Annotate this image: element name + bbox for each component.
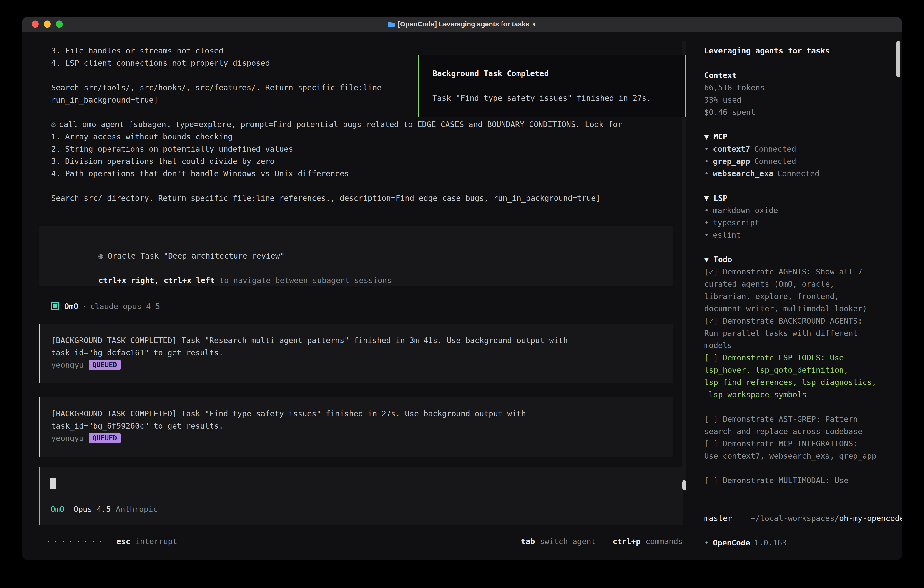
message-text: task_id="bg_dcfac161" to get results. — [51, 347, 673, 359]
mcp-item: •context7Connected — [704, 143, 889, 155]
minimize-button[interactable] — [44, 21, 51, 28]
esc-key-label: interrupt — [135, 535, 177, 548]
folder-icon — [388, 21, 395, 27]
lsp-item: •typescript — [704, 216, 889, 229]
keyboard-hint-keys: ctrl+x right, ctrl+x left — [99, 276, 215, 285]
context-tokens: 66,518 tokens — [704, 81, 889, 94]
ctrlp-key-label: commands — [645, 535, 683, 548]
mcp-status: Connected — [754, 157, 796, 166]
app-version-row: • OpenCode 1.0.163 — [704, 537, 889, 549]
bullet-icon: • — [704, 169, 709, 178]
mcp-item: •grep_appConnected — [704, 155, 889, 167]
bullet-icon: • — [704, 218, 709, 227]
chat-transcript: 3. File handles or streams not closed 4.… — [22, 32, 686, 560]
ctrlp-key-hint: ctrl+p — [612, 535, 640, 548]
message-author: yeongyu — [51, 359, 84, 371]
oracle-icon: ◉ — [99, 251, 103, 260]
context-spent: $0.46 spent — [704, 106, 889, 118]
agent-name: OmO — [64, 300, 78, 312]
bullet-icon: • — [704, 144, 709, 154]
app-version: 1.0.163 — [754, 537, 787, 549]
notification-title: Background Task Completed — [432, 67, 685, 79]
transcript-line: Search src/ directory. Return specific f… — [22, 192, 686, 204]
lsp-name: markdown-oxide — [713, 206, 778, 215]
mcp-name: grep_app — [713, 157, 750, 166]
tool-call-line: ⚙call_omo_agent [subagent_type=explore, … — [22, 118, 686, 130]
bullet-icon: • — [704, 537, 709, 549]
lsp-name: typescript — [713, 218, 759, 227]
mcp-name: websearch_exa — [713, 169, 773, 178]
fullscreen-button[interactable] — [56, 21, 63, 28]
input-agent-name: OmO — [51, 503, 64, 515]
close-button[interactable] — [31, 21, 39, 28]
gear-icon: ⚙ — [51, 120, 56, 129]
recording-indicator-icon: ◐ — [533, 20, 536, 28]
lsp-item: •eslint — [704, 229, 889, 241]
message-text: task_id="bg_6f59260c" to get results. — [51, 420, 673, 432]
app-name: OpenCode — [713, 537, 750, 549]
traffic-lights — [31, 21, 63, 28]
window-title: [OpenCode] Leveraging agents for tasks — [398, 20, 529, 28]
message-block: [BACKGROUND TASK COMPLETED] Task "Resear… — [39, 324, 673, 383]
message-text: [BACKGROUND TASK COMPLETED] Task "Resear… — [51, 334, 673, 347]
agent-model: claude-opus-4-5 — [90, 300, 160, 312]
spinner-dots: ········ — [46, 535, 106, 548]
tab-key-label: switch agent — [540, 535, 596, 548]
context-used: 33% used — [704, 94, 889, 106]
queued-badge: QUEUED — [89, 433, 120, 443]
separator: · — [82, 300, 86, 312]
transcript-line: 4. Path operations that don't handle Win… — [22, 167, 686, 180]
lsp-section-header[interactable]: ▼ LSP — [704, 192, 889, 204]
prompt-input[interactable]: OmO Opus 4.5 Anthropic — [39, 467, 683, 525]
background-task-notification: Background Task Completed Task "Find typ… — [418, 55, 686, 117]
transcript-line: 3. Division operations that could divide… — [22, 155, 686, 167]
status-bar: ········ esc interrupt tab switch agent … — [46, 535, 683, 548]
message-text: [BACKGROUND TASK COMPLETED] Task "Find t… — [51, 408, 673, 420]
agent-header: OmO · claude-opus-4-5 — [22, 300, 686, 312]
window-titlebar[interactable]: [OpenCode] Leveraging agents for tasks ◐ — [22, 17, 902, 32]
mcp-section-header[interactable]: ▼ MCP — [704, 130, 889, 143]
transcript-line: 2. String operations on potentially unde… — [22, 143, 686, 155]
transcript-line: 1. Array access without bounds checking — [22, 130, 686, 143]
tab-key-hint: tab — [521, 535, 535, 548]
session-title: Leveraging agents for tasks — [704, 45, 889, 57]
lsp-name: eslint — [713, 230, 741, 239]
message-author: yeongyu — [51, 432, 84, 444]
oracle-task-title: Oracle Task "Deep architecture review" — [108, 251, 285, 260]
todo-item: [ ] Demonstrate MCP INTEGRATIONS: Use co… — [704, 438, 889, 462]
notification-body: Task "Find type safety issues" finished … — [432, 92, 685, 104]
sidebar-scrollbar-thumb[interactable] — [896, 41, 900, 77]
input-provider-name: Anthropic — [116, 503, 158, 515]
workspace-repo: oh-my-opencode: — [839, 514, 902, 523]
context-header: Context — [704, 69, 889, 81]
bullet-icon: • — [704, 230, 709, 239]
terminal-window: [OpenCode] Leveraging agents for tasks ◐… — [22, 17, 902, 560]
input-model-name: Opus 4.5 — [73, 503, 111, 515]
message-block: [BACKGROUND TASK COMPLETED] Task "Find t… — [39, 397, 673, 457]
mcp-name: context7 — [713, 144, 750, 154]
main-scrollbar-thumb[interactable] — [682, 480, 686, 490]
bullet-icon: • — [704, 157, 709, 166]
oracle-task-box: ◉ Oracle Task "Deep architecture review"… — [39, 226, 673, 286]
lsp-item: •markdown-oxide — [704, 204, 889, 216]
sidebar: Leveraging agents for tasks Context 66,5… — [686, 32, 902, 560]
todo-item: [ ] Demonstrate MULTIMODAL: Use — [704, 474, 889, 487]
tool-call-text: call_omo_agent [subagent_type=explore, p… — [59, 120, 622, 129]
bullet-icon: • — [704, 206, 709, 215]
mcp-item: •websearch_exaConnected — [704, 167, 889, 180]
todo-item: [✓] Demonstrate AGENTS: Show all 7 curat… — [704, 266, 889, 315]
mcp-status: Connected — [777, 169, 819, 178]
workspace-path: ~/local-workspaces/ — [751, 514, 839, 523]
agent-icon — [51, 302, 59, 311]
esc-key-hint: esc — [116, 535, 130, 548]
todo-item: [✓] Demonstrate BACKGROUND AGENTS: Run p… — [704, 315, 889, 352]
sidebar-footer-block: ~/local-workspaces/oh-my-opencode: maste… — [704, 500, 889, 549]
mcp-status: Connected — [754, 144, 796, 154]
todo-item: [ ] Demonstrate AST-GREP: Pattern search… — [704, 413, 889, 438]
sidebar-scrollbar[interactable] — [896, 41, 900, 490]
todo-section-header[interactable]: ▼ Todo — [704, 253, 889, 266]
text-cursor — [51, 478, 56, 489]
todo-item: [ ] Demonstrate LSP TOOLS: Use lsp_hover… — [704, 352, 889, 401]
keyboard-hint-text: to navigate between subagent sessions — [214, 276, 391, 285]
queued-badge: QUEUED — [89, 360, 120, 370]
